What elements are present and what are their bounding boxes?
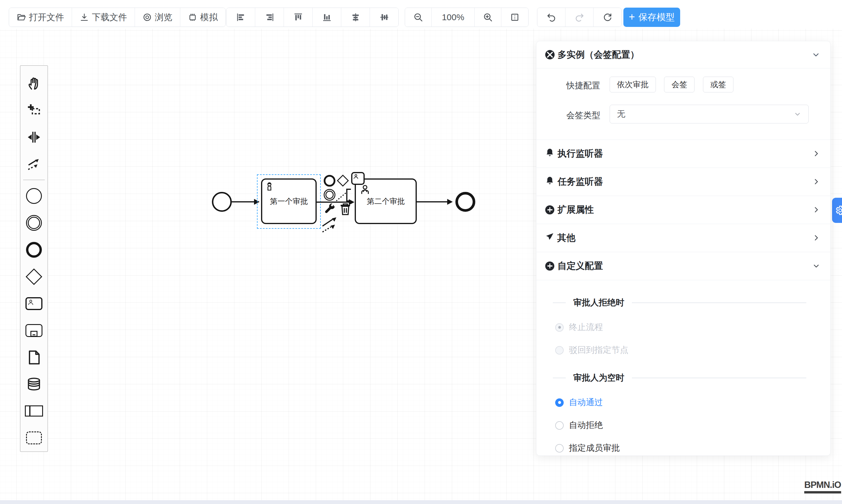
panel-header[interactable]: 多实例（会签配置） [537,41,830,68]
reset-button[interactable] [594,8,621,26]
trash-icon[interactable] [339,202,351,217]
create-end-event[interactable] [20,236,48,263]
sign-type-value: 无 [617,108,626,120]
section-other[interactable]: 其他 [537,224,830,252]
panel-title: 多实例（会签配置） [558,49,639,61]
multi-instance-icon [545,50,555,59]
gear-icon [835,205,842,216]
create-group[interactable] [20,425,48,451]
radio-icon [555,346,564,355]
quick-option-countersign[interactable]: 会签 [664,77,695,92]
sequence-flow-3[interactable] [417,201,449,202]
chevron-right-icon [812,149,820,158]
append-gateway-icon[interactable] [339,176,347,185]
divider [553,378,566,378]
download-file-button[interactable]: 下载文件 [72,8,135,26]
radio-assign-member[interactable]: 指定成员审批 [555,442,620,454]
create-participant[interactable] [20,397,48,425]
open-file-button[interactable]: 打开文件 [9,8,72,26]
arrowhead-icon [447,199,453,205]
undo-button[interactable] [537,8,565,26]
append-user-task-icon[interactable] [351,172,365,185]
chevron-down-icon[interactable] [811,50,820,59]
create-gateway[interactable] [20,263,48,290]
connect-tool-icon[interactable] [335,190,349,203]
append-intermediate-event-icon[interactable] [324,189,335,201]
chevron-right-icon [812,205,820,214]
sign-type-select[interactable]: 无 [610,105,809,123]
section-custom-config[interactable]: 自定义配置 [537,252,830,280]
palette-separator [23,180,45,180]
simulate-button[interactable]: 模拟 [180,8,225,26]
align-right-button[interactable] [255,8,284,26]
bpmn-io-logo: BPMN.iO [804,480,841,493]
radio-auto-approve[interactable]: 自动通过 [555,397,603,408]
sign-type-label: 会签类型 [548,110,600,121]
align-center-horizontal-button[interactable] [341,8,370,26]
wrench-icon[interactable] [323,203,336,217]
align-center-vertical-button[interactable] [370,8,398,26]
hand-tool[interactable] [20,70,48,97]
divider [537,68,830,69]
redo-button[interactable] [565,8,594,26]
section-task-listener[interactable]: 任务监听器 [537,168,830,196]
user-task-icon [265,181,275,194]
create-user-task[interactable] [20,290,48,317]
quick-option-orsign[interactable]: 或签 [703,77,733,92]
append-sequence-flow-icon[interactable] [321,216,338,234]
horizontal-scrollbar[interactable] [0,500,842,504]
append-end-event-icon[interactable] [324,175,335,187]
create-intermediate-event[interactable] [20,210,48,236]
create-subprocess[interactable] [20,317,48,344]
plus-circle-icon [545,205,554,214]
task-second-approval[interactable]: 第二个审批 [355,178,417,224]
quick-option-sequential[interactable]: 依次审批 [610,77,656,92]
fit-viewport-button[interactable] [501,8,528,26]
create-data-store[interactable] [20,371,48,397]
zoom-out-button[interactable] [405,8,432,26]
zoom-level[interactable]: 100% [432,8,475,26]
section-label: 其他 [557,232,575,244]
sequence-flow-1[interactable] [232,201,255,202]
radio-icon [555,421,564,430]
save-model-label: 保存模型 [638,11,675,23]
simulate-label: 模拟 [200,12,218,23]
global-connect-tool[interactable] [20,151,48,178]
chevron-right-icon [812,178,820,186]
open-file-label: 打开文件 [29,12,64,23]
end-event[interactable] [455,192,475,212]
radio-terminate-process[interactable]: 终止流程 [555,322,603,333]
align-bottom-button[interactable] [313,8,341,26]
lasso-tool[interactable] [20,97,48,124]
quick-config-label: 快捷配置 [548,80,600,92]
align-top-button[interactable] [284,8,313,26]
chevron-down-icon [794,110,801,118]
task-first-approval[interactable]: 第一个审批 [261,178,317,224]
create-start-event[interactable] [20,182,48,210]
chevron-down-icon [812,262,820,270]
chevron-right-icon [812,234,820,242]
section-extended-properties[interactable]: 扩展属性 [537,196,830,224]
space-tool[interactable] [20,124,48,151]
start-event[interactable] [212,192,232,212]
radio-auto-reject[interactable]: 自动拒绝 [555,419,603,431]
download-icon [80,13,89,22]
plus-icon: + [629,12,635,22]
radio-icon [555,323,564,332]
section-execution-listener[interactable]: 执行监听器 [537,140,830,168]
radio-label: 终止流程 [569,322,603,333]
create-data-object[interactable] [20,344,48,371]
radio-icon [555,444,564,452]
divider [632,378,806,378]
task-label: 第一个审批 [270,196,308,206]
empty-group-title: 审批人为空时 [573,372,624,384]
save-model-button[interactable]: + 保存模型 [624,7,680,27]
settings-tab[interactable] [832,198,842,223]
align-button-group [226,7,399,27]
bpmn-palette [20,65,48,452]
preview-button[interactable]: 浏览 [135,8,180,26]
reject-group-title-row: 审批人拒绝时 [537,297,830,309]
zoom-in-button[interactable] [475,8,501,26]
align-left-button[interactable] [227,8,255,26]
radio-return-to-node[interactable]: 驳回到指定节点 [555,344,628,356]
